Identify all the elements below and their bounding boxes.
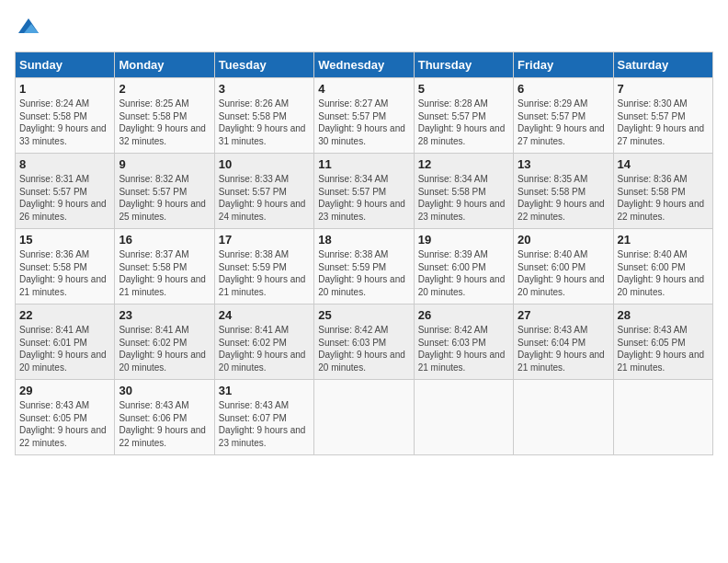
- day-number: 20: [518, 233, 609, 247]
- day-info: Sunrise: 8:25 AM Sunset: 5:58 PM Dayligh…: [119, 98, 210, 147]
- calendar-cell: 31Sunrise: 8:43 AM Sunset: 6:07 PM Dayli…: [214, 380, 313, 455]
- calendar-cell: 27Sunrise: 8:43 AM Sunset: 6:04 PM Dayli…: [514, 304, 613, 380]
- calendar-table: SundayMondayTuesdayWednesdayThursdayFrid…: [15, 52, 713, 455]
- day-number: 13: [518, 157, 609, 171]
- calendar-cell: [414, 380, 513, 455]
- calendar-cell: 5Sunrise: 8:28 AM Sunset: 5:57 PM Daylig…: [414, 78, 513, 154]
- calendar-cell: 26Sunrise: 8:42 AM Sunset: 6:03 PM Dayli…: [414, 304, 513, 380]
- day-number: 9: [119, 157, 210, 171]
- day-number: 17: [219, 233, 310, 247]
- day-info: Sunrise: 8:40 AM Sunset: 6:00 PM Dayligh…: [518, 248, 609, 298]
- day-number: 12: [418, 157, 509, 171]
- day-info: Sunrise: 8:37 AM Sunset: 5:58 PM Dayligh…: [119, 248, 210, 298]
- calendar-cell: 21Sunrise: 8:40 AM Sunset: 6:00 PM Dayli…: [613, 229, 712, 304]
- day-info: Sunrise: 8:38 AM Sunset: 5:59 PM Dayligh…: [318, 248, 409, 298]
- day-number: 18: [318, 233, 409, 247]
- day-number: 23: [119, 308, 210, 322]
- day-info: Sunrise: 8:29 AM Sunset: 5:57 PM Dayligh…: [518, 98, 609, 147]
- calendar-cell: 8Sunrise: 8:31 AM Sunset: 5:57 PM Daylig…: [16, 154, 115, 229]
- calendar-cell: 17Sunrise: 8:38 AM Sunset: 5:59 PM Dayli…: [214, 229, 313, 304]
- calendar-cell: 9Sunrise: 8:32 AM Sunset: 5:57 PM Daylig…: [115, 154, 214, 229]
- day-number: 21: [618, 233, 709, 247]
- calendar-cell: 4Sunrise: 8:27 AM Sunset: 5:57 PM Daylig…: [314, 78, 414, 154]
- header-cell-thursday: Thursday: [414, 52, 513, 78]
- calendar-cell: 3Sunrise: 8:26 AM Sunset: 5:58 PM Daylig…: [214, 78, 313, 154]
- day-number: 29: [19, 384, 110, 397]
- calendar-cell: 14Sunrise: 8:36 AM Sunset: 5:58 PM Dayli…: [613, 154, 712, 229]
- day-info: Sunrise: 8:43 AM Sunset: 6:07 PM Dayligh…: [219, 399, 310, 449]
- calendar-cell: 2Sunrise: 8:25 AM Sunset: 5:58 PM Daylig…: [115, 78, 214, 154]
- day-number: 8: [19, 157, 110, 171]
- calendar-cell: 20Sunrise: 8:40 AM Sunset: 6:00 PM Dayli…: [514, 229, 613, 304]
- day-number: 28: [618, 308, 709, 322]
- calendar-header: SundayMondayTuesdayWednesdayThursdayFrid…: [16, 52, 713, 78]
- calendar-week-2: 8Sunrise: 8:31 AM Sunset: 5:57 PM Daylig…: [16, 154, 713, 229]
- day-number: 1: [19, 82, 110, 96]
- day-info: Sunrise: 8:43 AM Sunset: 6:04 PM Dayligh…: [518, 324, 609, 373]
- day-info: Sunrise: 8:43 AM Sunset: 6:06 PM Dayligh…: [119, 399, 210, 449]
- day-info: Sunrise: 8:34 AM Sunset: 5:58 PM Dayligh…: [418, 173, 509, 223]
- day-info: Sunrise: 8:34 AM Sunset: 5:57 PM Dayligh…: [318, 173, 409, 223]
- day-info: Sunrise: 8:41 AM Sunset: 6:02 PM Dayligh…: [219, 324, 310, 373]
- day-info: Sunrise: 8:39 AM Sunset: 6:00 PM Dayligh…: [418, 248, 509, 298]
- calendar-cell: 29Sunrise: 8:43 AM Sunset: 6:05 PM Dayli…: [16, 380, 115, 455]
- calendar-cell: 7Sunrise: 8:30 AM Sunset: 5:57 PM Daylig…: [613, 78, 712, 154]
- day-info: Sunrise: 8:24 AM Sunset: 5:58 PM Dayligh…: [19, 98, 110, 147]
- calendar-cell: [514, 380, 613, 455]
- calendar-cell: [613, 380, 712, 455]
- calendar-week-5: 29Sunrise: 8:43 AM Sunset: 6:05 PM Dayli…: [16, 380, 713, 455]
- day-info: Sunrise: 8:42 AM Sunset: 6:03 PM Dayligh…: [318, 324, 409, 373]
- calendar-body: 1Sunrise: 8:24 AM Sunset: 5:58 PM Daylig…: [16, 78, 713, 455]
- calendar-week-3: 15Sunrise: 8:36 AM Sunset: 5:58 PM Dayli…: [16, 229, 713, 304]
- calendar-cell: 23Sunrise: 8:41 AM Sunset: 6:02 PM Dayli…: [115, 304, 214, 380]
- day-info: Sunrise: 8:35 AM Sunset: 5:58 PM Dayligh…: [518, 173, 609, 223]
- day-number: 6: [518, 82, 609, 96]
- logo: [15, 15, 46, 42]
- day-info: Sunrise: 8:27 AM Sunset: 5:57 PM Dayligh…: [318, 98, 409, 147]
- header-cell-tuesday: Tuesday: [214, 52, 313, 78]
- day-info: Sunrise: 8:42 AM Sunset: 6:03 PM Dayligh…: [418, 324, 509, 373]
- calendar-cell: 1Sunrise: 8:24 AM Sunset: 5:58 PM Daylig…: [16, 78, 115, 154]
- calendar-cell: 13Sunrise: 8:35 AM Sunset: 5:58 PM Dayli…: [514, 154, 613, 229]
- day-info: Sunrise: 8:33 AM Sunset: 5:57 PM Dayligh…: [219, 173, 310, 223]
- day-info: Sunrise: 8:28 AM Sunset: 5:57 PM Dayligh…: [418, 98, 509, 147]
- day-info: Sunrise: 8:32 AM Sunset: 5:57 PM Dayligh…: [119, 173, 210, 223]
- calendar-cell: 16Sunrise: 8:37 AM Sunset: 5:58 PM Dayli…: [115, 229, 214, 304]
- day-number: 14: [618, 157, 709, 171]
- calendar-cell: 28Sunrise: 8:43 AM Sunset: 6:05 PM Dayli…: [613, 304, 712, 380]
- header-cell-saturday: Saturday: [613, 52, 712, 78]
- day-number: 15: [19, 233, 110, 247]
- calendar-cell: 25Sunrise: 8:42 AM Sunset: 6:03 PM Dayli…: [314, 304, 414, 380]
- day-number: 30: [119, 384, 210, 397]
- day-number: 10: [219, 157, 310, 171]
- day-info: Sunrise: 8:38 AM Sunset: 5:59 PM Dayligh…: [219, 248, 310, 298]
- header-row: SundayMondayTuesdayWednesdayThursdayFrid…: [16, 52, 713, 78]
- day-number: 25: [318, 308, 409, 322]
- calendar-cell: [314, 380, 414, 455]
- calendar-cell: 10Sunrise: 8:33 AM Sunset: 5:57 PM Dayli…: [214, 154, 313, 229]
- day-number: 5: [418, 82, 509, 96]
- calendar-cell: 30Sunrise: 8:43 AM Sunset: 6:06 PM Dayli…: [115, 380, 214, 455]
- header-cell-sunday: Sunday: [16, 52, 115, 78]
- calendar-cell: 18Sunrise: 8:38 AM Sunset: 5:59 PM Dayli…: [314, 229, 414, 304]
- day-info: Sunrise: 8:36 AM Sunset: 5:58 PM Dayligh…: [19, 248, 110, 298]
- day-number: 27: [518, 308, 609, 322]
- calendar-cell: 19Sunrise: 8:39 AM Sunset: 6:00 PM Dayli…: [414, 229, 513, 304]
- day-number: 7: [618, 82, 709, 96]
- calendar-cell: 15Sunrise: 8:36 AM Sunset: 5:58 PM Dayli…: [16, 229, 115, 304]
- day-info: Sunrise: 8:43 AM Sunset: 6:05 PM Dayligh…: [19, 399, 110, 449]
- header: [15, 15, 713, 42]
- header-cell-wednesday: Wednesday: [314, 52, 414, 78]
- day-number: 26: [418, 308, 509, 322]
- day-info: Sunrise: 8:43 AM Sunset: 6:05 PM Dayligh…: [618, 324, 709, 373]
- day-number: 3: [219, 82, 310, 96]
- day-number: 16: [119, 233, 210, 247]
- header-cell-friday: Friday: [514, 52, 613, 78]
- day-info: Sunrise: 8:30 AM Sunset: 5:57 PM Dayligh…: [618, 98, 709, 147]
- day-number: 24: [219, 308, 310, 322]
- day-number: 19: [418, 233, 509, 247]
- day-info: Sunrise: 8:31 AM Sunset: 5:57 PM Dayligh…: [19, 173, 110, 223]
- calendar-week-4: 22Sunrise: 8:41 AM Sunset: 6:01 PM Dayli…: [16, 304, 713, 380]
- day-info: Sunrise: 8:41 AM Sunset: 6:02 PM Dayligh…: [119, 324, 210, 373]
- header-cell-monday: Monday: [115, 52, 214, 78]
